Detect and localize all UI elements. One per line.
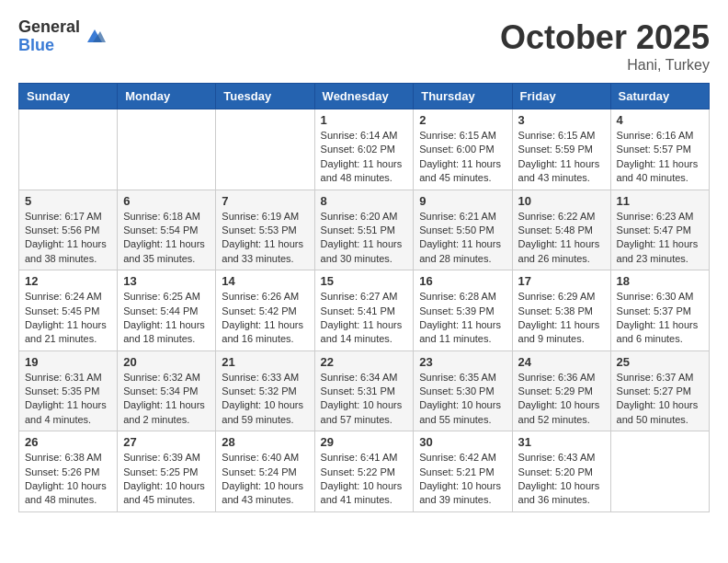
- calendar-cell: [19, 109, 118, 190]
- day-number: 4: [617, 113, 703, 127]
- calendar-week-row: 26Sunrise: 6:38 AMSunset: 5:26 PMDayligh…: [19, 431, 710, 512]
- day-number: 18: [617, 274, 703, 288]
- day-number: 13: [123, 274, 210, 288]
- weekday-header-sunday: Sunday: [19, 84, 118, 109]
- calendar-cell: 7Sunrise: 6:19 AMSunset: 5:53 PMDaylight…: [216, 190, 314, 270]
- day-number: 7: [222, 194, 308, 208]
- day-number: 6: [123, 194, 210, 208]
- month-title: October 2025: [500, 18, 710, 57]
- calendar-cell: 25Sunrise: 6:37 AMSunset: 5:27 PMDayligh…: [610, 350, 709, 431]
- weekday-header-monday: Monday: [118, 84, 216, 109]
- calendar-cell: [610, 431, 709, 512]
- day-info: Sunrise: 6:30 AMSunset: 5:37 PMDaylight:…: [617, 290, 703, 347]
- day-number: 31: [518, 435, 605, 449]
- day-number: 3: [518, 113, 605, 127]
- page-header: General Blue October 2025 Hani, Turkey: [18, 18, 710, 74]
- weekday-header-friday: Friday: [512, 84, 610, 109]
- calendar-cell: 2Sunrise: 6:15 AMSunset: 6:00 PMDaylight…: [414, 109, 512, 190]
- day-number: 8: [321, 194, 408, 208]
- day-number: 25: [617, 355, 703, 369]
- weekday-header-tuesday: Tuesday: [216, 84, 314, 109]
- calendar-cell: 6Sunrise: 6:18 AMSunset: 5:54 PMDaylight…: [118, 190, 216, 270]
- day-info: Sunrise: 6:32 AMSunset: 5:34 PMDaylight:…: [123, 371, 210, 428]
- day-number: 10: [518, 194, 605, 208]
- day-number: 16: [419, 274, 506, 288]
- day-number: 19: [25, 355, 111, 369]
- calendar-cell: 3Sunrise: 6:15 AMSunset: 5:59 PMDaylight…: [512, 109, 610, 190]
- day-info: Sunrise: 6:21 AMSunset: 5:50 PMDaylight:…: [419, 210, 506, 267]
- day-number: 15: [321, 274, 408, 288]
- day-info: Sunrise: 6:36 AMSunset: 5:29 PMDaylight:…: [518, 371, 605, 428]
- day-info: Sunrise: 6:15 AMSunset: 6:00 PMDaylight:…: [419, 129, 506, 186]
- calendar-cell: 1Sunrise: 6:14 AMSunset: 6:02 PMDaylight…: [314, 109, 414, 190]
- day-number: 1: [321, 113, 408, 127]
- weekday-header-thursday: Thursday: [414, 84, 512, 109]
- calendar-cell: 13Sunrise: 6:25 AMSunset: 5:44 PMDayligh…: [118, 270, 216, 351]
- calendar-cell: 26Sunrise: 6:38 AMSunset: 5:26 PMDayligh…: [19, 431, 118, 512]
- day-info: Sunrise: 6:24 AMSunset: 5:45 PMDaylight:…: [25, 290, 111, 347]
- calendar-cell: 15Sunrise: 6:27 AMSunset: 5:41 PMDayligh…: [314, 270, 414, 351]
- day-info: Sunrise: 6:34 AMSunset: 5:31 PMDaylight:…: [321, 371, 408, 428]
- day-info: Sunrise: 6:15 AMSunset: 5:59 PMDaylight:…: [518, 129, 605, 186]
- weekday-header-row: SundayMondayTuesdayWednesdayThursdayFrid…: [19, 84, 710, 109]
- day-info: Sunrise: 6:29 AMSunset: 5:38 PMDaylight:…: [518, 290, 605, 347]
- day-number: 30: [419, 435, 506, 449]
- day-number: 23: [419, 355, 506, 369]
- calendar-cell: 19Sunrise: 6:31 AMSunset: 5:35 PMDayligh…: [19, 350, 118, 431]
- day-info: Sunrise: 6:25 AMSunset: 5:44 PMDaylight:…: [123, 290, 210, 347]
- day-number: 29: [321, 435, 408, 449]
- day-number: 11: [617, 194, 703, 208]
- day-info: Sunrise: 6:28 AMSunset: 5:39 PMDaylight:…: [419, 290, 506, 347]
- logo-blue: Blue: [18, 37, 80, 55]
- day-number: 9: [419, 194, 506, 208]
- calendar-week-row: 12Sunrise: 6:24 AMSunset: 5:45 PMDayligh…: [19, 270, 710, 351]
- location: Hani, Turkey: [500, 57, 710, 74]
- calendar-week-row: 1Sunrise: 6:14 AMSunset: 6:02 PMDaylight…: [19, 109, 710, 190]
- title-block: October 2025 Hani, Turkey: [500, 18, 710, 74]
- calendar-cell: 12Sunrise: 6:24 AMSunset: 5:45 PMDayligh…: [19, 270, 118, 351]
- day-number: 27: [123, 435, 210, 449]
- day-info: Sunrise: 6:18 AMSunset: 5:54 PMDaylight:…: [123, 210, 210, 267]
- logo-general: General: [18, 18, 80, 37]
- day-info: Sunrise: 6:26 AMSunset: 5:42 PMDaylight:…: [222, 290, 308, 347]
- day-info: Sunrise: 6:23 AMSunset: 5:47 PMDaylight:…: [617, 210, 703, 267]
- day-number: 5: [25, 194, 111, 208]
- day-info: Sunrise: 6:20 AMSunset: 5:51 PMDaylight:…: [321, 210, 408, 267]
- day-info: Sunrise: 6:41 AMSunset: 5:22 PMDaylight:…: [321, 451, 408, 508]
- calendar-cell: 29Sunrise: 6:41 AMSunset: 5:22 PMDayligh…: [314, 431, 414, 512]
- day-info: Sunrise: 6:40 AMSunset: 5:24 PMDaylight:…: [222, 451, 308, 508]
- calendar-table: SundayMondayTuesdayWednesdayThursdayFrid…: [18, 83, 710, 512]
- day-info: Sunrise: 6:43 AMSunset: 5:20 PMDaylight:…: [518, 451, 605, 508]
- calendar-week-row: 5Sunrise: 6:17 AMSunset: 5:56 PMDaylight…: [19, 190, 710, 270]
- day-info: Sunrise: 6:27 AMSunset: 5:41 PMDaylight:…: [321, 290, 408, 347]
- day-info: Sunrise: 6:19 AMSunset: 5:53 PMDaylight:…: [222, 210, 308, 267]
- day-info: Sunrise: 6:37 AMSunset: 5:27 PMDaylight:…: [617, 371, 703, 428]
- calendar-cell: [216, 109, 314, 190]
- calendar-week-row: 19Sunrise: 6:31 AMSunset: 5:35 PMDayligh…: [19, 350, 710, 431]
- calendar-cell: 24Sunrise: 6:36 AMSunset: 5:29 PMDayligh…: [512, 350, 610, 431]
- calendar-cell: 21Sunrise: 6:33 AMSunset: 5:32 PMDayligh…: [216, 350, 314, 431]
- calendar-cell: 31Sunrise: 6:43 AMSunset: 5:20 PMDayligh…: [512, 431, 610, 512]
- day-number: 26: [25, 435, 111, 449]
- calendar-cell: 22Sunrise: 6:34 AMSunset: 5:31 PMDayligh…: [314, 350, 414, 431]
- calendar-cell: 27Sunrise: 6:39 AMSunset: 5:25 PMDayligh…: [118, 431, 216, 512]
- weekday-header-wednesday: Wednesday: [314, 84, 414, 109]
- calendar-cell: 8Sunrise: 6:20 AMSunset: 5:51 PMDaylight…: [314, 190, 414, 270]
- calendar-cell: 10Sunrise: 6:22 AMSunset: 5:48 PMDayligh…: [512, 190, 610, 270]
- day-number: 22: [321, 355, 408, 369]
- calendar-cell: 30Sunrise: 6:42 AMSunset: 5:21 PMDayligh…: [414, 431, 512, 512]
- day-number: 24: [518, 355, 605, 369]
- day-number: 20: [123, 355, 210, 369]
- calendar-cell: 16Sunrise: 6:28 AMSunset: 5:39 PMDayligh…: [414, 270, 512, 351]
- day-number: 2: [419, 113, 506, 127]
- weekday-header-saturday: Saturday: [610, 84, 709, 109]
- day-info: Sunrise: 6:31 AMSunset: 5:35 PMDaylight:…: [25, 371, 111, 428]
- day-info: Sunrise: 6:38 AMSunset: 5:26 PMDaylight:…: [25, 451, 111, 508]
- calendar-cell: 5Sunrise: 6:17 AMSunset: 5:56 PMDaylight…: [19, 190, 118, 270]
- calendar-cell: 9Sunrise: 6:21 AMSunset: 5:50 PMDaylight…: [414, 190, 512, 270]
- day-info: Sunrise: 6:35 AMSunset: 5:30 PMDaylight:…: [419, 371, 506, 428]
- day-info: Sunrise: 6:22 AMSunset: 5:48 PMDaylight:…: [518, 210, 605, 267]
- day-info: Sunrise: 6:42 AMSunset: 5:21 PMDaylight:…: [419, 451, 506, 508]
- day-info: Sunrise: 6:16 AMSunset: 5:57 PMDaylight:…: [617, 129, 703, 186]
- day-number: 17: [518, 274, 605, 288]
